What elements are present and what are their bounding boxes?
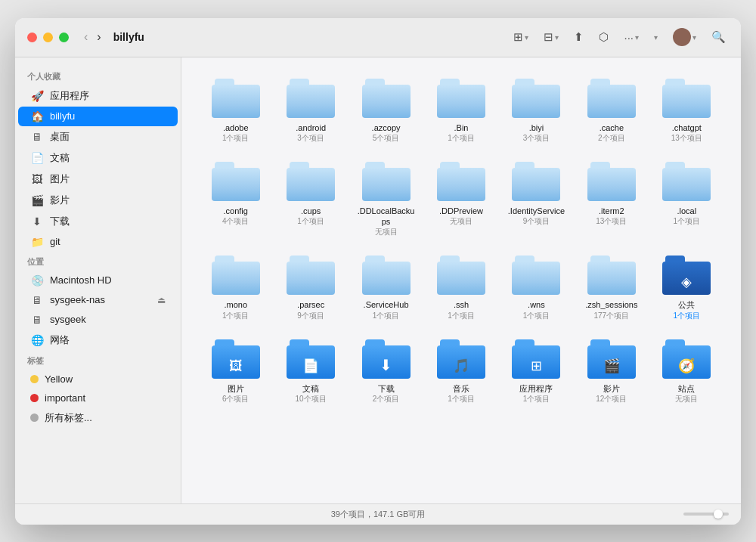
downloads-icon: ⬇ bbox=[30, 215, 44, 228]
sidebar-item-pictures-label: 图片 bbox=[50, 172, 70, 186]
grid-icon: ⊞ bbox=[513, 30, 523, 44]
folder-ddpreview[interactable]: .DDPreview 无项目 bbox=[425, 156, 497, 244]
group-button[interactable]: ⊟ ▾ bbox=[541, 29, 562, 45]
sidebar-item-sysgeek[interactable]: 🖥 sysgeek bbox=[18, 310, 178, 330]
folder-adobe[interactable]: .adobe 1个项目 bbox=[200, 73, 271, 150]
sidebar-item-movies[interactable]: 🎬 影片 bbox=[18, 190, 178, 211]
folder-local[interactable]: .local 1个项目 bbox=[651, 156, 723, 244]
ellipsis-icon: ··· bbox=[624, 31, 634, 44]
folder-count: 1个项目 bbox=[523, 394, 550, 404]
sites-folder-icon: 🧭 bbox=[678, 358, 695, 374]
folder-applications[interactable]: ⊞ 应用程序 1个项目 bbox=[500, 333, 572, 410]
folder-name: .chatgpt bbox=[672, 122, 702, 133]
folder-android[interactable]: .android 3个项目 bbox=[274, 73, 346, 150]
folder-ssh[interactable]: .ssh 1个项目 bbox=[425, 249, 497, 327]
sidebar-item-important[interactable]: important bbox=[18, 389, 178, 407]
folder-downloads[interactable]: ⬇ 下载 2个项目 bbox=[350, 333, 422, 410]
folder-movies[interactable]: 🎬 影片 12个项目 bbox=[575, 333, 647, 410]
main-content: .adobe 1个项目 .android 3个项目 .a bbox=[181, 57, 741, 503]
sidebar-item-network-label: 网络 bbox=[50, 333, 70, 347]
folder-iterm2[interactable]: .iterm2 13个项目 bbox=[575, 156, 647, 244]
folder-count: 13个项目 bbox=[596, 216, 627, 227]
folder-sites[interactable]: 🧭 站点 无项目 bbox=[651, 333, 723, 410]
folder-name: .ssh bbox=[454, 299, 469, 310]
status-bar: 39个项目，147.1 GB可用 bbox=[15, 503, 741, 525]
folder-config[interactable]: .config 4个项目 bbox=[200, 156, 271, 244]
folder-count: 12个项目 bbox=[596, 394, 627, 404]
sidebar-item-all-tags[interactable]: 所有标签... bbox=[18, 407, 178, 429]
folder-documents[interactable]: 📄 文稿 10个项目 bbox=[274, 333, 346, 410]
folder-cups[interactable]: .cups 1个项目 bbox=[274, 156, 346, 244]
close-button[interactable] bbox=[27, 33, 37, 42]
folder-cache[interactable]: .cache 2个项目 bbox=[575, 73, 647, 150]
eject-button[interactable]: ⏏ bbox=[157, 295, 166, 305]
sidebar-item-desktop[interactable]: 🖥 桌面 bbox=[18, 126, 178, 147]
movies-icon: 🎬 bbox=[30, 194, 44, 206]
sidebar-item-nas-label: sysgeek-nas bbox=[50, 294, 105, 305]
folder-count: 10个项目 bbox=[296, 394, 327, 404]
folder-name: 公共 bbox=[678, 299, 695, 310]
folder-zsh-sessions[interactable]: .zsh_sessions 177个项目 bbox=[575, 249, 647, 327]
dropdown-button[interactable]: ▾ bbox=[651, 32, 661, 43]
sidebar-item-git[interactable]: 📁 git bbox=[18, 232, 178, 252]
disk-icon: 💿 bbox=[30, 274, 44, 286]
folder-parsec[interactable]: .parsec 9个项目 bbox=[274, 249, 346, 327]
important-tag-label: important bbox=[45, 392, 85, 404]
folder-count: 1个项目 bbox=[674, 216, 701, 227]
folder-count: 9个项目 bbox=[297, 311, 324, 321]
folder-wns[interactable]: .wns 1个项目 bbox=[500, 249, 572, 327]
folder-biyi[interactable]: .biyi 3个项目 bbox=[500, 73, 572, 150]
folder-bin[interactable]: .Bin 1个项目 bbox=[425, 73, 497, 150]
sidebar-item-network[interactable]: 🌐 网络 bbox=[18, 330, 178, 351]
folder-name: 应用程序 bbox=[519, 383, 553, 394]
back-button[interactable]: ‹ bbox=[81, 29, 91, 45]
sidebar-item-documents[interactable]: 📄 文稿 bbox=[18, 147, 178, 169]
folder-count: 无项目 bbox=[375, 227, 398, 237]
tag-button[interactable]: ⬡ bbox=[596, 29, 612, 45]
sidebar-item-pictures[interactable]: 🖼 图片 bbox=[18, 169, 178, 190]
folder-public[interactable]: ◈ 公共 1个项目 bbox=[651, 249, 723, 327]
folder-ddlocalbackups[interactable]: .DDLocalBackups 无项目 bbox=[350, 156, 422, 244]
sidebar-item-desktop-label: 桌面 bbox=[50, 130, 70, 144]
chevron-down-icon: ▾ bbox=[525, 33, 528, 42]
folder-count: 2个项目 bbox=[373, 394, 400, 404]
more-button[interactable]: ··· ▾ bbox=[621, 29, 642, 45]
public-folder-icon: ◈ bbox=[681, 274, 692, 290]
folder-count: 5个项目 bbox=[373, 133, 400, 144]
search-button[interactable]: 🔍 bbox=[708, 29, 729, 45]
view-toggle-button[interactable]: ⊞ ▾ bbox=[510, 29, 531, 45]
location-section-label: 位置 bbox=[15, 252, 181, 271]
sidebar-item-nas[interactable]: 🖥 sysgeek-nas ⏏ bbox=[18, 290, 178, 310]
personal-section-label: 个人收藏 bbox=[15, 67, 181, 85]
toolbar-actions: ⊞ ▾ ⊟ ▾ ⬆ ⬡ ··· ▾ ▾ ▾ bbox=[510, 26, 729, 48]
sidebar-item-apps[interactable]: 🚀 应用程序 bbox=[18, 85, 178, 107]
folder-name: .parsec bbox=[297, 299, 324, 310]
avatar-button[interactable]: ▾ bbox=[670, 26, 699, 48]
slider-thumb bbox=[714, 509, 723, 519]
folder-name: 站点 bbox=[678, 383, 695, 394]
zoom-slider[interactable] bbox=[683, 513, 729, 516]
minimize-button[interactable] bbox=[43, 33, 53, 42]
folder-azcopy[interactable]: .azcopy 5个项目 bbox=[350, 73, 422, 150]
folder-count: 1个项目 bbox=[448, 311, 475, 321]
sidebar-item-downloads[interactable]: ⬇ 下载 bbox=[18, 211, 178, 232]
sidebar-item-yellow[interactable]: Yellow bbox=[18, 370, 178, 389]
folder-servicehub[interactable]: .ServiceHub 1个项目 bbox=[350, 249, 422, 327]
status-text: 39个项目，147.1 GB可用 bbox=[331, 509, 426, 520]
forward-button[interactable]: › bbox=[94, 29, 104, 45]
pictures-icon: 🖼 bbox=[30, 173, 44, 185]
share-button[interactable]: ⬆ bbox=[571, 29, 587, 45]
folder-mono[interactable]: .mono 1个项目 bbox=[200, 249, 271, 327]
sidebar-item-macintosh[interactable]: 💿 Macintosh HD bbox=[18, 271, 178, 290]
folder-chatgpt[interactable]: .chatgpt 13个项目 bbox=[651, 73, 723, 150]
folder-count: 无项目 bbox=[675, 394, 698, 404]
yellow-tag-label: Yellow bbox=[45, 373, 73, 385]
folder-pictures[interactable]: 🖼 图片 6个项目 bbox=[200, 333, 271, 410]
maximize-button[interactable] bbox=[59, 33, 69, 42]
folder-name: 影片 bbox=[603, 383, 620, 394]
folder-count: 6个项目 bbox=[222, 394, 249, 404]
folder-identityservice[interactable]: .IdentityService 9个项目 bbox=[500, 156, 572, 244]
folder-music[interactable]: 🎵 音乐 1个项目 bbox=[425, 333, 497, 410]
sidebar-item-movies-label: 影片 bbox=[50, 194, 70, 207]
sidebar-item-billyfu[interactable]: 🏠 billyfu bbox=[18, 107, 178, 126]
